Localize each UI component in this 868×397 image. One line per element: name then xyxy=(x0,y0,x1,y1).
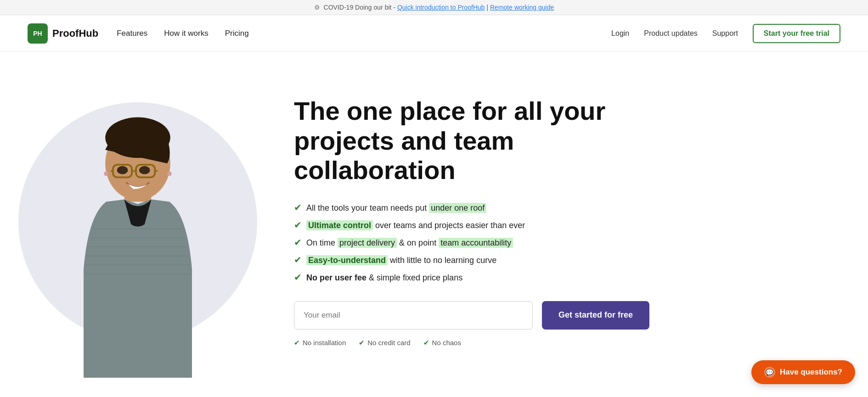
hero-title: The one place for all your projects and … xyxy=(294,96,675,185)
feature-item-4: ✔ Easy-to-understand with little to no l… xyxy=(294,254,675,265)
nav-link-product-updates[interactable]: Product updates xyxy=(644,29,698,38)
hero-content: The one place for all your projects and … xyxy=(276,69,712,374)
highlight-under-one-roof: under one roof xyxy=(429,203,486,213)
cta-row: Get started for free xyxy=(294,301,675,330)
feature-text-5: No per user fee & simple fixed price pla… xyxy=(306,273,462,283)
banner-separator: | xyxy=(486,4,490,11)
svg-point-10 xyxy=(104,172,108,176)
check-no-installation: ✔ xyxy=(294,339,300,347)
feature-text-3: On time project delivery & on point team… xyxy=(306,238,513,248)
hero-person-image xyxy=(46,107,230,378)
highlight-no-per-user-fee: No per user fee xyxy=(306,273,366,282)
highlight-easy-to-understand: Easy-to-understand xyxy=(306,255,388,265)
sub-label-no-installation: ✔ No installation xyxy=(294,339,346,347)
nav-link-features[interactable]: Features xyxy=(117,29,147,38)
svg-point-9 xyxy=(139,166,150,174)
logo-area: PH ProofHub xyxy=(28,23,98,44)
feature-list: ✔ All the tools your team needs put unde… xyxy=(294,202,675,283)
nav-link-how-it-works[interactable]: How it works xyxy=(164,29,208,38)
hero-section: The one place for all your projects and … xyxy=(0,52,868,391)
feature-text-1: All the tools your team needs put under … xyxy=(306,203,486,213)
feature-item-5: ✔ No per user fee & simple fixed price p… xyxy=(294,272,675,283)
checkmark-icon-4: ✔ xyxy=(294,254,302,265)
get-started-button[interactable]: Get started for free xyxy=(542,301,649,330)
nav-links: Features How it works Pricing xyxy=(117,29,248,38)
banner-link-remote[interactable]: Remote working guide xyxy=(490,4,554,11)
feature-item-3: ✔ On time project delivery & on point te… xyxy=(294,237,675,248)
feature-item-2: ✔ Ultimate control over teams and projec… xyxy=(294,219,675,230)
checkmark-icon-1: ✔ xyxy=(294,202,302,213)
checkmark-icon-3: ✔ xyxy=(294,237,302,248)
chat-bubble-icon: 💬 xyxy=(764,367,775,378)
highlight-ultimate-control: Ultimate control xyxy=(306,220,373,230)
have-questions-label: Have questions? xyxy=(780,368,842,377)
hero-image-area xyxy=(0,61,276,382)
svg-point-8 xyxy=(117,166,128,174)
highlight-team-accountability: team accountability xyxy=(439,238,513,248)
have-questions-button[interactable]: 💬 Have questions? xyxy=(751,360,855,384)
nav-link-pricing[interactable]: Pricing xyxy=(225,29,249,38)
start-trial-button[interactable]: Start your free trial xyxy=(753,24,840,43)
navbar: PH ProofHub Features How it works Pricin… xyxy=(0,15,868,52)
feature-text-2: Ultimate control over teams and projects… xyxy=(306,221,525,230)
banner-text: COVID-19 Doing our bit - xyxy=(324,4,397,11)
feature-item-1: ✔ All the tools your team needs put unde… xyxy=(294,202,675,213)
email-input[interactable] xyxy=(294,301,533,330)
nav-right: Login Product updates Support Start your… xyxy=(611,24,840,43)
nav-item-features[interactable]: Features xyxy=(117,29,147,38)
check-no-credit-card: ✔ xyxy=(359,339,365,347)
sub-labels: ✔ No installation ✔ No credit card ✔ No … xyxy=(294,339,675,347)
nav-item-pricing[interactable]: Pricing xyxy=(225,29,249,38)
sub-label-no-credit-card: ✔ No credit card xyxy=(359,339,410,347)
checkmark-icon-2: ✔ xyxy=(294,219,302,230)
feature-text-4: Easy-to-understand with little to no lea… xyxy=(306,256,496,265)
top-banner: ⚙ COVID-19 Doing our bit - Quick introdu… xyxy=(0,0,868,15)
nav-link-login[interactable]: Login xyxy=(611,29,629,38)
check-no-chaos: ✔ xyxy=(423,339,429,347)
highlight-project-delivery: project delivery xyxy=(338,238,397,248)
nav-item-how-it-works[interactable]: How it works xyxy=(164,29,208,38)
banner-link-intro[interactable]: Quick introduction to ProofHub xyxy=(397,4,485,11)
sub-label-no-chaos: ✔ No chaos xyxy=(423,339,461,347)
brand-name: ProofHub xyxy=(52,28,98,39)
logo-icon: PH xyxy=(28,23,48,44)
nav-link-support[interactable]: Support xyxy=(712,29,738,38)
svg-point-11 xyxy=(167,172,172,176)
checkmark-icon-5: ✔ xyxy=(294,272,302,283)
gear-icon: ⚙ xyxy=(314,4,320,11)
